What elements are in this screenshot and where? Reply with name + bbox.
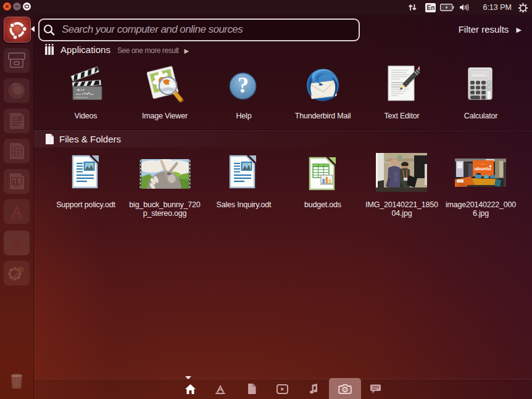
svg-text:?: ? <box>238 73 249 97</box>
svg-text:ubuntu: ubuntu <box>474 166 491 171</box>
